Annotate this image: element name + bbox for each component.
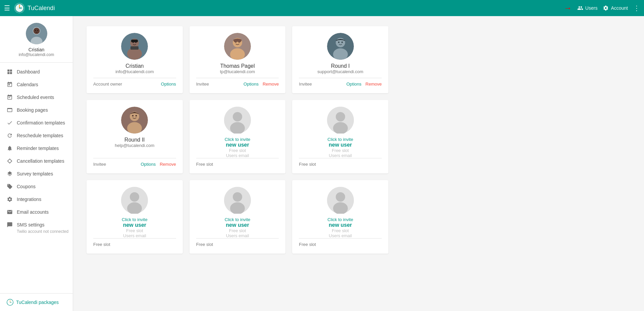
free-slot-label: Free slot (93, 242, 110, 247)
free-card-footer: Free slot (299, 238, 382, 247)
svg-point-48 (336, 192, 345, 202)
free-avatar (327, 107, 354, 134)
nav-label: Reschedule templates (17, 133, 63, 138)
bell-icon (7, 145, 13, 151)
free-email-text: Users email (226, 153, 249, 158)
svg-rect-17 (131, 40, 138, 42)
user-email: info@tucalendi.com (115, 69, 154, 74)
sidebar-item-email-accounts[interactable]: Email accounts (0, 206, 73, 218)
free-avatar (224, 187, 251, 214)
click-to-invite[interactable]: Click to invite (225, 217, 251, 222)
nav-label: Scheduled events (17, 95, 54, 100)
free-slot-card-2[interactable]: Click to invite new user Free slot Users… (292, 100, 388, 173)
svg-point-7 (33, 28, 40, 34)
user-card-footer: Invitee Options Remove (196, 78, 279, 87)
profile-name: Cristian (29, 47, 44, 52)
user-card-footer: Invitee Options Remove (299, 78, 382, 87)
svg-rect-19 (130, 46, 139, 50)
calendar-icon (7, 82, 13, 88)
svg-point-45 (233, 192, 242, 202)
nav-label: SMS settings (17, 222, 44, 227)
chat-icon (7, 222, 13, 228)
click-to-invite[interactable]: Click to invite (122, 217, 148, 222)
sidebar-item-cancellation-templates[interactable]: Cancellation templates (0, 155, 73, 167)
remove-button[interactable]: Remove (263, 82, 279, 87)
sidebar-item-dashboard[interactable]: Dashboard (0, 65, 73, 78)
tucalendi-packages-link[interactable]: TuCalendi packages (7, 299, 66, 306)
user-card-footer: Invitee Options Remove (93, 158, 176, 167)
nav-label: Email accounts (17, 209, 49, 215)
free-slot-card-4[interactable]: Click to invite new user Free slot Users… (190, 180, 286, 254)
free-slot-card-5[interactable]: Click to invite new user Free slot Users… (292, 180, 388, 254)
gear-icon (603, 5, 609, 11)
grid-icon (7, 69, 13, 75)
free-slot-text: Free slot (332, 148, 349, 153)
users-icon (577, 5, 583, 11)
nav-label: Coupons (17, 184, 36, 189)
nav-label: Reminder templates (17, 146, 59, 151)
sidebar-item-coupons[interactable]: Coupons (0, 180, 73, 193)
svg-point-33 (136, 115, 137, 117)
free-slot-card-1[interactable]: Click to invite new user Free slot Users… (190, 100, 286, 173)
free-slot-label: Free slot (196, 242, 213, 247)
nav-label: Booking pages (17, 107, 48, 113)
remove-button[interactable]: Remove (160, 162, 176, 167)
free-card-footer: Free slot (93, 238, 176, 247)
user-name: Round II (124, 137, 145, 143)
user-card-footer: Account owner Options (93, 78, 176, 87)
users-button[interactable]: Users (577, 5, 598, 11)
user-card-round2: Round II help@tucalendi.com Invitee Opti… (87, 100, 183, 173)
options-button[interactable]: Options (141, 162, 156, 167)
click-to-invite[interactable]: Click to invite (327, 137, 353, 142)
user-actions: Options Remove (244, 82, 279, 87)
sidebar-item-reschedule-templates[interactable]: Reschedule templates (0, 129, 73, 142)
user-role: Account owner (93, 82, 122, 87)
logo-footer-icon (7, 299, 13, 306)
topbar-right: → Users Account ⋮ (564, 3, 640, 13)
new-user-title: new user (329, 142, 352, 148)
click-to-invite[interactable]: Click to invite (225, 137, 251, 142)
sidebar-item-scheduled-events[interactable]: Scheduled events (0, 91, 73, 104)
user-actions: Options Remove (141, 162, 176, 167)
more-menu-icon[interactable]: ⋮ (633, 4, 640, 12)
free-card-footer: Free slot (196, 158, 279, 167)
packages-label: TuCalendi packages (16, 300, 59, 305)
nav-label: Calendars (17, 82, 38, 87)
sidebar-item-integrations[interactable]: Integrations (0, 193, 73, 206)
user-role: Invitee (196, 82, 209, 87)
user-avatar-thomas (224, 33, 251, 60)
user-name: Thomas Pagel (220, 63, 255, 69)
options-button[interactable]: Options (244, 82, 259, 87)
free-slot-text: Free slot (229, 148, 246, 153)
free-slot-card-3[interactable]: Click to invite new user Free slot Users… (87, 180, 183, 254)
nav-label: Dashboard (17, 69, 40, 74)
free-email-text: Users email (329, 233, 352, 238)
remove-button[interactable]: Remove (366, 82, 382, 87)
user-card-round1: Round I support@tucalendi.com Invitee Op… (292, 26, 388, 93)
free-avatar (327, 187, 354, 214)
sidebar-item-booking-pages[interactable]: Booking pages (0, 104, 73, 116)
svg-point-31 (130, 112, 139, 121)
free-card-footer: Free slot (196, 238, 279, 247)
user-avatar-cristian (121, 33, 148, 60)
integrations-icon (7, 196, 13, 202)
free-card-footer: Free slot (299, 158, 382, 167)
sms-sub-label: Twilio account not connected (0, 229, 73, 236)
svg-point-27 (338, 42, 339, 43)
new-user-title: new user (329, 222, 352, 228)
logo-icon (14, 3, 25, 13)
sidebar-item-calendars[interactable]: Calendars (0, 78, 73, 91)
click-to-invite[interactable]: Click to invite (327, 217, 353, 222)
sidebar-item-survey-templates[interactable]: Survey templates (0, 167, 73, 180)
free-email-text: Users email (329, 153, 352, 158)
diamond-icon (7, 158, 13, 164)
sidebar-item-confirmation-templates[interactable]: Confirmation templates (0, 116, 73, 129)
sidebar-item-reminder-templates[interactable]: Reminder templates (0, 142, 73, 155)
options-button[interactable]: Options (161, 82, 176, 87)
account-button[interactable]: Account (603, 5, 628, 11)
user-avatar-round1 (327, 33, 354, 60)
menu-icon[interactable]: ☰ (4, 4, 10, 12)
free-email-text: Users email (123, 233, 146, 238)
free-slot-text: Free slot (332, 228, 349, 233)
options-button[interactable]: Options (346, 82, 362, 87)
